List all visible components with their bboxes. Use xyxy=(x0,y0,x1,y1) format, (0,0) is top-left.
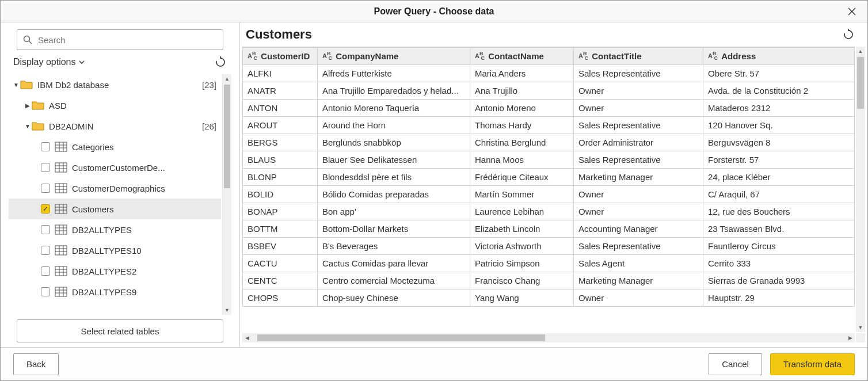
table-cell[interactable]: BLONP xyxy=(243,169,318,186)
table-row[interactable]: CHOPSChop-suey ChineseYang WangOwnerHaup… xyxy=(243,289,855,307)
table-cell[interactable]: BOTTM xyxy=(243,220,318,238)
checkbox[interactable] xyxy=(41,225,50,234)
scroll-up-icon[interactable]: ▲ xyxy=(223,74,231,83)
table-cell[interactable]: Laurence Lebihan xyxy=(470,203,574,220)
tree-table-item[interactable]: DB2ALLTYPES9 xyxy=(9,281,221,302)
search-input[interactable] xyxy=(37,35,217,45)
table-cell[interactable]: Ana Trujillo xyxy=(470,82,574,100)
table-cell[interactable]: Victoria Ashworth xyxy=(470,238,574,255)
refresh-button[interactable] xyxy=(214,56,227,68)
table-cell[interactable]: Sales Agent xyxy=(574,255,703,272)
scroll-thumb[interactable] xyxy=(257,334,545,341)
table-cell[interactable]: Owner xyxy=(574,289,703,307)
tree-table-item[interactable]: CustomerDemographics xyxy=(9,178,221,199)
table-cell[interactable]: Antonio Moreno Taquería xyxy=(318,100,470,117)
table-row[interactable]: BSBEVB's BeveragesVictoria AshworthSales… xyxy=(243,238,855,255)
table-cell[interactable]: BONAP xyxy=(243,203,318,220)
table-cell[interactable]: Sales Representative xyxy=(574,65,703,82)
scroll-down-icon[interactable]: ▼ xyxy=(856,323,865,332)
table-cell[interactable]: Francisco Chang xyxy=(470,272,574,289)
back-button[interactable]: Back xyxy=(13,353,59,375)
search-box[interactable] xyxy=(17,29,223,50)
table-cell[interactable]: ALFKI xyxy=(243,65,318,82)
data-grid[interactable]: ABCCustomerIDABCCompanyNameABCContactNam… xyxy=(242,47,855,307)
table-cell[interactable]: Hauptstr. 29 xyxy=(703,289,855,307)
scroll-left-icon[interactable]: ◀ xyxy=(242,335,252,341)
tree-table-item[interactable]: DB2ALLTYPES2 xyxy=(9,261,221,281)
table-row[interactable]: ALFKIAlfreds FutterkisteMaria AndersSale… xyxy=(243,65,855,82)
table-cell[interactable]: Antonio Moreno xyxy=(470,100,574,117)
table-cell[interactable]: Thomas Hardy xyxy=(470,117,574,134)
table-row[interactable]: BLONPBlondesddsl père et filsFrédérique … xyxy=(243,169,855,186)
close-button[interactable] xyxy=(840,1,864,22)
table-cell[interactable]: Hanna Moos xyxy=(470,151,574,169)
table-cell[interactable]: Bottom-Dollar Markets xyxy=(318,220,470,238)
table-cell[interactable]: Berguvsvägen 8 xyxy=(703,134,855,151)
checkbox[interactable] xyxy=(41,287,50,296)
scroll-thumb[interactable] xyxy=(857,57,864,109)
table-cell[interactable]: Blauer See Delikatessen xyxy=(318,151,470,169)
table-cell[interactable]: Owner xyxy=(574,186,703,203)
column-header[interactable]: ABCCustomerID xyxy=(243,48,318,65)
table-row[interactable]: AROUTAround the HornThomas HardySales Re… xyxy=(243,117,855,134)
table-cell[interactable]: Cactus Comidas para llevar xyxy=(318,255,470,272)
table-cell[interactable]: Around the Horn xyxy=(318,117,470,134)
table-cell[interactable]: BLAUS xyxy=(243,151,318,169)
tree-table-item[interactable]: DB2ALLTYPES xyxy=(9,219,221,240)
column-header[interactable]: ABCCompanyName xyxy=(318,48,470,65)
refresh-preview-button[interactable] xyxy=(842,28,855,41)
table-cell[interactable]: 23 Tsawassen Blvd. xyxy=(703,220,855,238)
column-header[interactable]: ABCContactTitle xyxy=(574,48,703,65)
table-cell[interactable]: Sierras de Granada 9993 xyxy=(703,272,855,289)
scroll-track[interactable] xyxy=(252,333,846,342)
table-cell[interactable]: 120 Hanover Sq. xyxy=(703,117,855,134)
table-cell[interactable]: CENTC xyxy=(243,272,318,289)
grid-vertical-scrollbar[interactable]: ▲ ▼ xyxy=(856,47,865,332)
table-row[interactable]: BOLIDBólido Comidas preparadasMartín Som… xyxy=(243,186,855,203)
select-related-tables-button[interactable]: Select related tables xyxy=(17,319,223,342)
table-cell[interactable]: Owner xyxy=(574,82,703,100)
scroll-right-icon[interactable]: ▶ xyxy=(846,335,855,341)
table-cell[interactable]: Mataderos 2312 xyxy=(703,100,855,117)
table-row[interactable]: BOTTMBottom-Dollar MarketsElizabeth Linc… xyxy=(243,220,855,238)
table-row[interactable]: ANATRAna Trujillo Emparedados y helad...… xyxy=(243,82,855,100)
table-cell[interactable]: Owner xyxy=(574,100,703,117)
table-cell[interactable]: Elizabeth Lincoln xyxy=(470,220,574,238)
table-cell[interactable]: BOLID xyxy=(243,186,318,203)
table-cell[interactable]: Ana Trujillo Emparedados y helad... xyxy=(318,82,470,100)
table-cell[interactable]: Bon app' xyxy=(318,203,470,220)
table-cell[interactable]: BERGS xyxy=(243,134,318,151)
checkbox[interactable] xyxy=(41,142,50,151)
table-cell[interactable]: Sales Representative xyxy=(574,238,703,255)
table-cell[interactable]: CHOPS xyxy=(243,289,318,307)
cancel-button[interactable]: Cancel xyxy=(709,353,762,375)
checkbox[interactable] xyxy=(41,266,50,276)
table-cell[interactable]: Sales Representative xyxy=(574,151,703,169)
table-cell[interactable]: BSBEV xyxy=(243,238,318,255)
tree-table-item[interactable]: Categories xyxy=(9,136,221,157)
table-cell[interactable]: 12, rue des Bouchers xyxy=(703,203,855,220)
table-cell[interactable]: Cerrito 333 xyxy=(703,255,855,272)
scroll-thumb[interactable] xyxy=(224,85,230,188)
table-cell[interactable]: Marketing Manager xyxy=(574,169,703,186)
table-cell[interactable]: Martín Sommer xyxy=(470,186,574,203)
table-cell[interactable]: ANTON xyxy=(243,100,318,117)
table-cell[interactable]: ANATR xyxy=(243,82,318,100)
table-cell[interactable]: Alfreds Futterkiste xyxy=(318,65,470,82)
table-cell[interactable]: Accounting Manager xyxy=(574,220,703,238)
column-header[interactable]: ABCAddress xyxy=(703,48,855,65)
table-cell[interactable]: Order Administrator xyxy=(574,134,703,151)
tree-table-item[interactable]: DB2ALLTYPES10 xyxy=(9,240,221,261)
scroll-down-icon[interactable]: ▼ xyxy=(223,306,231,315)
table-cell[interactable]: Maria Anders xyxy=(470,65,574,82)
grid-horizontal-scrollbar[interactable]: ◀ ▶ xyxy=(242,333,855,342)
table-cell[interactable]: B's Beverages xyxy=(318,238,470,255)
table-row[interactable]: CACTUCactus Comidas para llevarPatricio … xyxy=(243,255,855,272)
tree-table-item[interactable]: Customers xyxy=(9,199,221,219)
scroll-up-icon[interactable]: ▲ xyxy=(856,47,865,56)
table-cell[interactable]: Bólido Comidas preparadas xyxy=(318,186,470,203)
table-cell[interactable]: Obere Str. 57 xyxy=(703,65,855,82)
table-cell[interactable]: Avda. de la Constitución 2 xyxy=(703,82,855,100)
table-cell[interactable]: Marketing Manager xyxy=(574,272,703,289)
table-cell[interactable]: Centro comercial Moctezuma xyxy=(318,272,470,289)
